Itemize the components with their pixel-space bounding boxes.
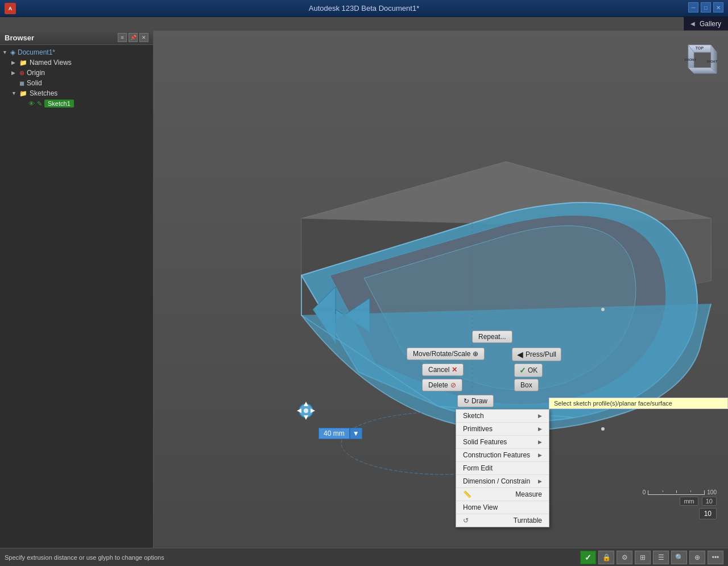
maximize-btn[interactable]: □ [701, 2, 711, 13]
draw-btn[interactable]: ↻ Draw [457, 395, 494, 407]
tree-item-document[interactable]: ▼ ◈ Document1* [0, 47, 153, 57]
main-canvas[interactable]: TOP FRONT RIGHT Repeat... Move/Rotate/Sc… [154, 31, 728, 548]
move-rotate-label: Move/Rotate/Scale [413, 350, 470, 358]
solid-label: Solid [27, 79, 42, 87]
tree-arrow-named-views: ▶ [11, 60, 17, 65]
viewcube[interactable]: TOP FRONT RIGHT [677, 36, 722, 82]
document-icon: ◈ [10, 48, 15, 56]
dd-turntable-icon: ↺ [463, 517, 469, 524]
dots-btn[interactable]: ••• [708, 551, 723, 564]
delete-icon: ⊘ [450, 381, 456, 389]
tree-item-sketch1[interactable]: ▶ 👁 ✎ Sketch1 [18, 98, 153, 109]
tooltip: Select sketch profile(s)/planar face/sur… [549, 398, 728, 409]
move-rotate-btn[interactable]: Move/Rotate/Scale ⊕ [407, 348, 485, 360]
3d-shape-svg [154, 31, 728, 548]
delete-btn[interactable]: Delete ⊘ [422, 379, 462, 391]
dd-home-view-label: Home View [463, 503, 498, 511]
grid-view-btn[interactable]: ⊞ [635, 551, 651, 564]
network-btn[interactable]: ⊕ [689, 551, 705, 564]
dd-primitives-label: Primitives [463, 425, 493, 433]
gallery-label: Gallery [700, 20, 721, 28]
svg-point-21 [601, 308, 605, 311]
press-pull-btn[interactable]: ◀ Press/Pull [512, 348, 561, 361]
browser-list-btn[interactable]: ≡ [118, 33, 127, 42]
move-rotate-area: Move/Rotate/Scale ⊕ [407, 348, 485, 360]
window-controls: ─ □ ✕ [688, 2, 723, 13]
bottom-tool-buttons: ✓ 🔒 ⚙ ⊞ ☰ 🔍 ⊕ ••• [580, 551, 723, 564]
browser-panel: Browser ≡ 📌 ✕ ▼ ◈ Document1* ▶ 📁 Named V… [0, 31, 154, 548]
named-views-label: Named Views [30, 59, 72, 67]
delete-area: Delete ⊘ [422, 379, 462, 391]
svg-text:FRONT: FRONT [685, 58, 697, 61]
gallery-bar[interactable]: ◀ Gallery [683, 17, 728, 31]
confirm-btn[interactable]: ✓ [580, 551, 596, 564]
move-glyph[interactable] [295, 399, 317, 424]
origin-icon: ⊕ [19, 69, 24, 77]
dd-home-view[interactable]: Home View [456, 501, 549, 514]
ruler-line [648, 490, 705, 495]
tree-item-solid[interactable]: ▶ ◼ Solid [9, 78, 153, 88]
dd-measure-icon: 📏 [463, 490, 471, 498]
move-rotate-icon: ⊕ [473, 350, 478, 358]
dd-sketch[interactable]: Sketch ▶ [456, 410, 549, 423]
draw-area: ↻ Draw [457, 395, 494, 407]
cancel-btn[interactable]: Cancel ✕ [422, 363, 464, 376]
browser-tree: ▼ ◈ Document1* ▶ 📁 Named Views ▶ ⊕ Origi… [0, 45, 153, 111]
browser-controls: ≡ 📌 ✕ [118, 33, 148, 42]
solid-icon: ◼ [19, 80, 24, 87]
dimension-value[interactable]: 40 mm [318, 428, 350, 439]
dd-form-edit[interactable]: Form Edit [456, 462, 549, 475]
dd-solid-features[interactable]: Solid Features ▶ [456, 436, 549, 449]
dd-dimension-arrow: ▶ [538, 478, 542, 484]
box-label: Box [520, 381, 532, 389]
ruler-stepper[interactable]: 10 [702, 497, 717, 506]
cancel-label: Cancel [428, 366, 449, 374]
press-pull-label: Press/Pull [526, 350, 556, 358]
document-label: Document1* [18, 48, 55, 56]
box-btn[interactable]: Box [514, 379, 539, 391]
box-area: Box [514, 379, 539, 391]
filter-btn[interactable]: ☰ [653, 551, 669, 564]
dimension-dropdown-btn[interactable]: ▼ [350, 428, 362, 439]
dd-construction-features[interactable]: Construction Features ▶ [456, 449, 549, 462]
named-views-icon: 📁 [19, 59, 27, 67]
ruler-left-val: 0 [643, 489, 646, 495]
tooltip-text: Select sketch profile(s)/planar face/sur… [554, 400, 672, 407]
dd-dimension-constrain[interactable]: Dimension / Constrain ▶ [456, 475, 549, 488]
dd-turntable[interactable]: ↺ Turntable [456, 514, 549, 527]
ok-btn[interactable]: ✓ OK [514, 363, 543, 377]
minimize-btn[interactable]: ─ [688, 2, 698, 13]
dd-primitives[interactable]: Primitives ▶ [456, 423, 549, 436]
dd-construction-features-label: Construction Features [463, 451, 530, 459]
context-dropdown-menu: Sketch ▶ Primitives ▶ Solid Features ▶ C… [456, 409, 549, 527]
repeat-button[interactable]: Repeat... [472, 330, 512, 343]
settings-btn[interactable]: ⚙ [617, 551, 632, 564]
input-stepper-display[interactable]: 10 [699, 508, 717, 519]
svg-text:TOP: TOP [696, 46, 704, 50]
tree-arrow-sketches: ▼ [11, 90, 17, 96]
gallery-arrow-icon: ◀ [690, 20, 695, 27]
ok-area: ✓ OK [514, 363, 543, 377]
lock-btn[interactable]: 🔒 [598, 551, 614, 564]
dd-dimension-label: Dimension / Constrain [463, 477, 530, 485]
draw-icon: ↻ [464, 397, 469, 405]
dd-sketch-label: Sketch [463, 412, 484, 420]
sketch1-edit-icon: ✎ [37, 100, 42, 108]
tree-item-sketches[interactable]: ▼ 📁 Sketches [9, 88, 153, 98]
svg-point-36 [304, 408, 308, 413]
close-btn[interactable]: ✕ [713, 2, 723, 13]
tree-item-named-views[interactable]: ▶ 📁 Named Views [9, 57, 153, 68]
status-text: Specify extrusion distance or use glyph … [5, 554, 164, 561]
tree-item-origin[interactable]: ▶ ⊕ Origin [9, 68, 153, 78]
search-btn[interactable]: 🔍 [671, 551, 687, 564]
dd-solid-features-label: Solid Features [463, 438, 507, 446]
delete-label: Delete [428, 381, 448, 389]
dimension-input: 40 mm ▼ [318, 428, 362, 439]
ruler-area: 0 100 mm 10 10 [643, 489, 717, 519]
sketch1-label: Sketch1 [44, 100, 74, 108]
browser-pin-btn[interactable]: 📌 [129, 33, 138, 42]
browser-close-btn[interactable]: ✕ [139, 33, 148, 42]
dd-measure[interactable]: 📏 Measure [456, 488, 549, 501]
repeat-btn[interactable]: Repeat... [472, 330, 512, 343]
ruler-ticks: 0 100 [643, 489, 717, 495]
